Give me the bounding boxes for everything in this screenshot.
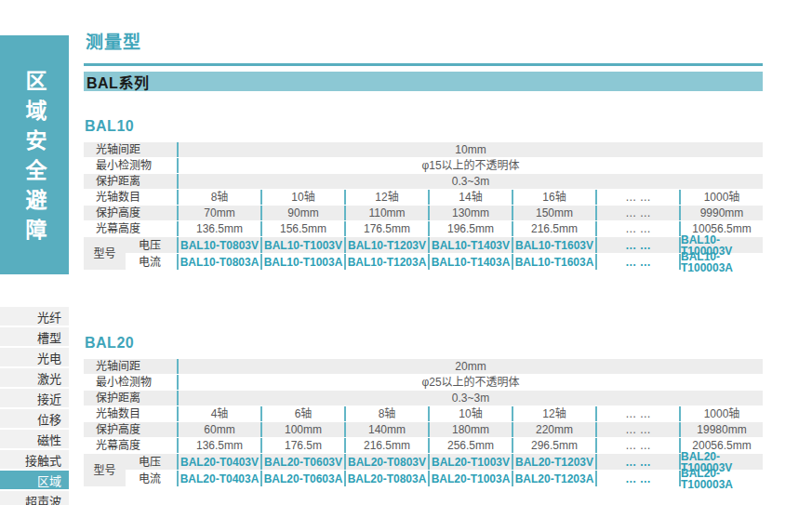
spec-value: … … — [595, 406, 679, 421]
sidebar-item-6[interactable]: 磁性 — [0, 430, 69, 448]
sidebar-item-3[interactable]: 激光 — [0, 368, 69, 387]
model-number: … … — [595, 454, 679, 470]
spec-value: 296.5mm — [512, 438, 595, 453]
merged-value: 20mm — [177, 359, 763, 374]
spec-value: 19980mm — [679, 422, 763, 437]
model-number: BAL20-T0603V — [260, 454, 344, 470]
model-number: … … — [595, 254, 679, 270]
model-number: BAL20-T0403A — [177, 471, 260, 486]
model-number: … … — [595, 471, 679, 486]
model-number: BAL20-T1003V — [428, 454, 512, 470]
spec-value: 196.5mm — [428, 221, 512, 236]
row-label: 光幕高度 — [84, 438, 177, 453]
section-heading-bal20: BAL20 — [85, 335, 134, 352]
model-row-label: 型号 — [84, 237, 126, 270]
model-number: BAL20-T0603A — [260, 471, 344, 486]
spec-value: 140mm — [344, 422, 428, 437]
model-number: BAL10-T1203A — [344, 254, 428, 270]
spec-value: 9990mm — [679, 206, 763, 220]
model-number: BAL20-T1003A — [428, 471, 512, 486]
main-content: 测量型 BAL系列 BAL10 光轴间距10mm最小检测物φ15以上的不透明体保… — [84, 0, 763, 505]
sidebar-item-8-selected[interactable]: 区域 — [0, 471, 69, 489]
spec-value: 1000轴 — [679, 190, 763, 205]
merged-value: φ25以上的不透明体 — [177, 375, 763, 390]
spec-value: 4轴 — [177, 406, 260, 421]
model-number: BAL10-T1203V — [344, 237, 428, 253]
spec-table-bal20: 光轴间距20mm最小检测物φ25以上的不透明体保护距离0.3~3m光轴数目4轴6… — [84, 359, 763, 486]
row-label: 光轴数目 — [84, 406, 177, 421]
model-number: BAL10-T1603V — [512, 237, 595, 253]
spec-value: 12轴 — [512, 406, 595, 421]
spec-value: 156.5mm — [260, 221, 344, 236]
model-number: BAL10-T0803V — [177, 237, 260, 253]
model-sub-label: 电压 — [126, 454, 177, 470]
spec-value: … … — [595, 438, 679, 453]
model-number: BAL10-T1003V — [260, 237, 344, 253]
sidebar-item-7[interactable]: 接触式 — [0, 450, 69, 469]
category-banner: 区域安全避障 — [0, 35, 69, 274]
model-row-label: 型号 — [84, 454, 126, 486]
spec-value: 136.5mm — [177, 438, 260, 453]
spec-value: … … — [595, 422, 679, 437]
row-label: 光轴数目 — [84, 190, 177, 205]
spec-value: 1000轴 — [679, 406, 763, 421]
sidebar-item-5[interactable]: 位移 — [0, 409, 69, 428]
model-sub-label: 电压 — [126, 237, 177, 253]
row-label: 最小检测物 — [84, 375, 177, 390]
spec-value: 110mm — [344, 206, 428, 220]
merged-value: 0.3~3m — [177, 174, 763, 189]
row-label: 光轴间距 — [84, 142, 177, 157]
row-label: 光轴间距 — [84, 359, 177, 374]
sidebar-item-9[interactable]: 超声波 — [0, 491, 69, 505]
model-number: BAL10-T1003A — [260, 254, 344, 270]
spec-value: 8轴 — [177, 190, 260, 205]
model-number: … … — [595, 237, 679, 253]
sidebar-item-4[interactable]: 接近 — [0, 389, 69, 407]
row-label: 保护高度 — [84, 422, 177, 437]
sidebar-item-0[interactable]: 光纤 — [0, 307, 69, 326]
category-banner-label: 区域安全避障 — [19, 61, 50, 248]
row-label: 保护高度 — [84, 206, 177, 220]
merged-value: 10mm — [177, 142, 763, 157]
spec-value: … … — [595, 190, 679, 205]
spec-value: 180mm — [428, 422, 512, 437]
model-number: BAL10-T1403V — [428, 237, 512, 253]
sidebar-menu: 光纤槽型光电激光接近位移磁性接触式区域超声波 — [0, 307, 69, 505]
model-number: BAL10-T1403A — [428, 254, 512, 270]
spec-value: 10轴 — [260, 190, 344, 205]
page-title: 测量型 — [86, 28, 141, 53]
spec-value: 216.5mm — [344, 438, 428, 453]
spec-value: 12轴 — [344, 190, 428, 205]
model-number: BAL10-T0803A — [177, 254, 260, 270]
model-number: BAL20-T1203A — [512, 471, 595, 486]
spec-value: 90mm — [260, 206, 344, 220]
spec-table-bal10: 光轴间距10mm最小检测物φ15以上的不透明体保护距离0.3~3m光轴数目8轴1… — [84, 142, 763, 270]
spec-value: 216.5mm — [512, 221, 595, 236]
spec-value: 16轴 — [512, 190, 595, 205]
title-rule — [84, 63, 763, 66]
section-heading-bal10: BAL10 — [85, 118, 134, 135]
model-sub-label: 电流 — [126, 254, 177, 270]
row-label: 光幕高度 — [84, 221, 177, 236]
model-number: BAL20-T0803V — [344, 454, 428, 470]
spec-value: 8轴 — [344, 406, 428, 421]
spec-value: 256.5mm — [428, 438, 512, 453]
spec-value: 10轴 — [428, 406, 512, 421]
spec-value: 6轴 — [260, 406, 344, 421]
spec-value: 14轴 — [428, 190, 512, 205]
spec-value: 176.5m — [260, 438, 344, 453]
spec-value: 220mm — [512, 422, 595, 437]
catalog-page: { "page_title": "测量型", "series_band": "B… — [0, 0, 812, 505]
series-band: BAL系列 — [84, 72, 763, 91]
spec-value: 176.5mm — [344, 221, 428, 236]
sidebar-item-2[interactable]: 光电 — [0, 348, 69, 366]
model-sub-label: 电流 — [126, 471, 177, 486]
spec-value: … … — [595, 221, 679, 236]
merged-value: 0.3~3m — [177, 391, 763, 405]
sidebar-item-1[interactable]: 槽型 — [0, 327, 69, 346]
row-label: 保护距离 — [84, 174, 177, 189]
model-number: BAL20-T0803A — [344, 471, 428, 486]
row-label: 保护距离 — [84, 391, 177, 405]
row-label: 最小检测物 — [84, 158, 177, 173]
model-number: BAL20-T1203V — [512, 454, 595, 470]
